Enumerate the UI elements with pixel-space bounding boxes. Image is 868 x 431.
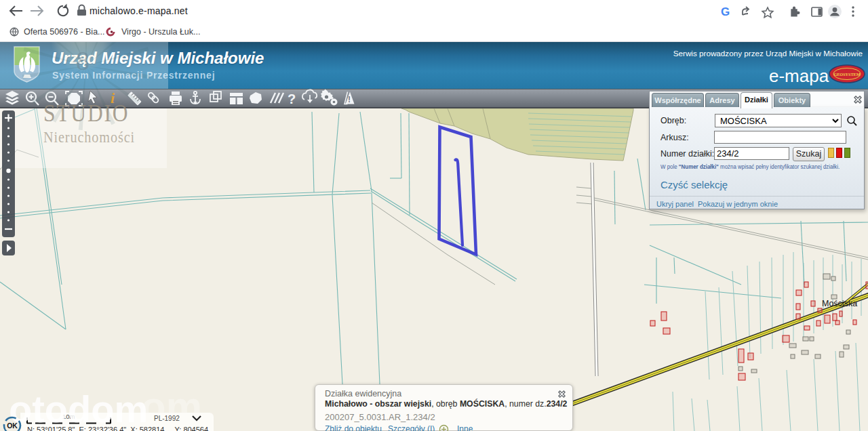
svg-text:G: G (721, 5, 730, 18)
svg-text:?: ? (288, 91, 296, 106)
svg-text:!: ! (348, 95, 351, 104)
svg-text:Mościska: Mościska (822, 299, 857, 308)
svg-text:OK: OK (7, 422, 18, 430)
svg-text:GEOSYSTEM: GEOSYSTEM (833, 72, 860, 77)
